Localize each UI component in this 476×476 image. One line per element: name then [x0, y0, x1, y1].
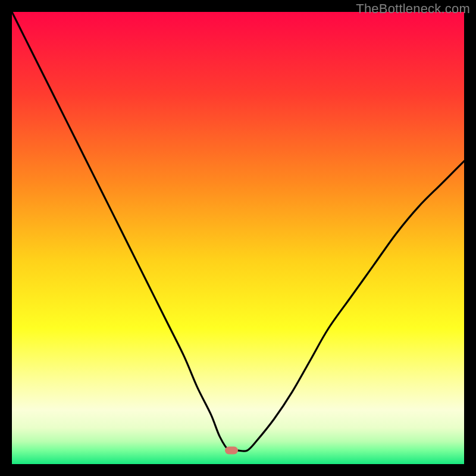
plot-area: [12, 12, 464, 464]
watermark-text: TheBottleneck.com: [356, 1, 470, 17]
bottleneck-curve: [12, 12, 464, 464]
optimum-marker: [225, 447, 238, 455]
chart-stage: TheBottleneck.com: [0, 0, 476, 476]
